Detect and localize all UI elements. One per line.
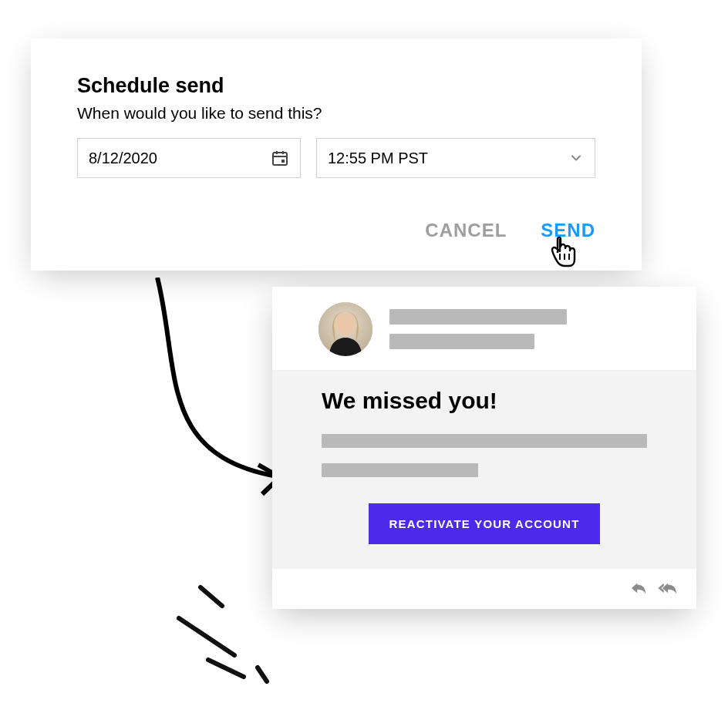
email-body: We missed you! REACTIVATE YOUR ACCOUNT [272,371,696,569]
placeholder-line [389,334,534,349]
cancel-button[interactable]: CANCEL [425,220,507,241]
email-preview-card: We missed you! REACTIVATE YOUR ACCOUNT [272,287,696,609]
schedule-fields: 8/12/2020 12:55 PM PST [77,138,595,178]
svg-rect-4 [281,160,285,163]
calendar-icon[interactable] [271,149,289,167]
svg-line-11 [179,618,234,655]
email-header [272,287,696,371]
date-value: 8/12/2020 [89,150,157,167]
email-subject: We missed you! [322,388,647,414]
reactivate-account-button[interactable]: REACTIVATE YOUR ACCOUNT [369,503,599,544]
time-input[interactable]: 12:55 PM PST [316,138,595,178]
placeholder-line [389,309,567,325]
send-button[interactable]: SEND [541,220,595,241]
dialog-actions: CANCEL SEND [77,220,595,241]
placeholder-line [322,463,478,477]
sender-lines [389,309,675,349]
svg-line-13 [258,668,267,681]
date-input[interactable]: 8/12/2020 [77,138,301,178]
reply-all-icon[interactable] [658,580,679,597]
svg-point-9 [335,312,356,335]
time-value: 12:55 PM PST [328,150,428,167]
chevron-down-icon[interactable] [568,150,584,166]
dialog-title: Schedule send [77,74,595,98]
reply-icon[interactable] [630,580,647,597]
schedule-send-dialog: Schedule send When would you like to sen… [31,39,642,271]
sender-avatar [318,302,372,356]
svg-rect-0 [273,153,287,165]
dialog-subtitle: When would you like to send this? [77,104,595,123]
canvas: Schedule send When would you like to sen… [0,0,728,703]
svg-line-12 [208,660,244,677]
placeholder-line [322,434,647,448]
svg-line-10 [201,587,222,606]
email-footer [272,569,696,609]
